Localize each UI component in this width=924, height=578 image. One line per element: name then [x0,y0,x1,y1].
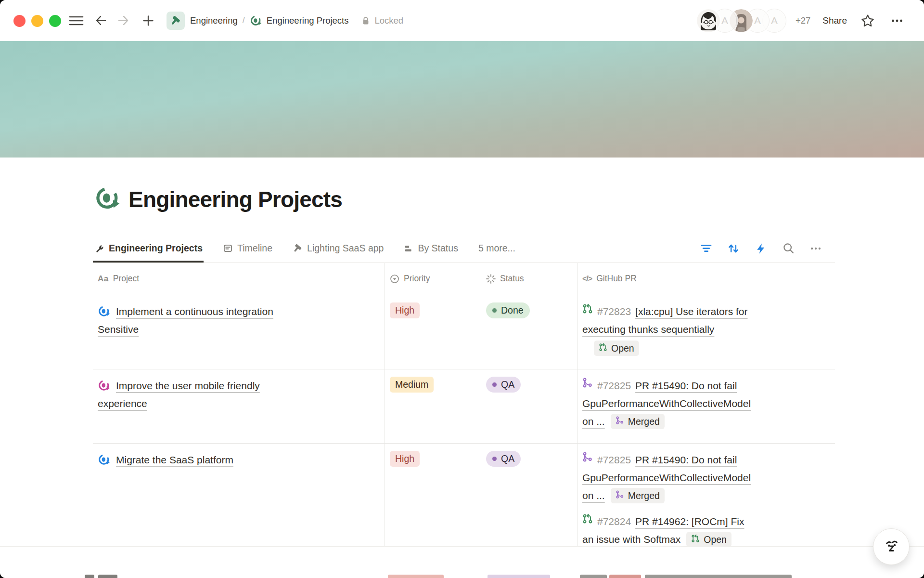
viewport-bottom-cutoff [0,546,924,578]
project-title-link[interactable]: Implement a continuous integration [116,302,273,320]
breadcrumb-page[interactable]: Engineering Projects [267,15,349,26]
pr-last-line: on ... Merged [582,486,830,504]
avatar[interactable] [697,9,720,32]
hammer-icon [293,243,303,253]
workspace-hammer-icon[interactable] [167,12,185,30]
pr-title-link[interactable]: GpuPerformanceWithCollectiveModel [582,469,830,486]
pr-open-icon [582,302,593,320]
pr-entry: #72825PR #15490: Do not failGpuPerforman… [582,377,830,430]
priority-badge[interactable]: Medium [390,377,434,393]
project-title-link[interactable]: Improve the user mobile friendly [116,377,260,394]
filter-icon[interactable] [699,242,713,255]
status-cell[interactable]: Done [481,295,578,369]
board-icon [404,244,413,253]
pull-request-merged-icon [616,416,624,425]
page-title-row: Engineering Projects [94,184,342,215]
page-title-cycle-icon[interactable] [94,185,121,214]
priority-cell[interactable]: Medium [385,369,481,443]
tab-lighting-saas-app[interactable]: Lighting SaaS app [292,234,385,263]
project-title-link[interactable]: Sensitive [98,320,380,338]
github-pr-cell[interactable]: #72823[xla:cpu] Use iterators forexecuti… [578,295,835,369]
column-header-priority[interactable]: Priority [385,263,481,295]
project-cycle-icon [98,305,111,320]
new-tab-plus-icon[interactable] [140,12,157,29]
view-actions [699,242,835,255]
column-label: Project [113,274,139,284]
pr-title-link[interactable]: on ... [582,486,605,504]
lock-status[interactable]: Locked [361,15,403,26]
table-row[interactable]: Implement a continuous integrationSensit… [93,295,835,369]
notion-ai-button[interactable] [873,528,910,565]
table-row[interactable]: Improve the user mobile friendlyexperien… [93,369,835,444]
pr-merged-icon [616,489,624,502]
breadcrumb-root[interactable]: Engineering [190,15,238,26]
pr-title-link[interactable]: GpuPerformanceWithCollectiveModel [582,394,830,412]
pr-number: #72823 [597,302,631,320]
page-cycle-icon [250,14,262,27]
project-cell[interactable]: Improve the user mobile friendlyexperien… [93,369,385,443]
priority-cell[interactable]: High [385,295,481,369]
priority-badge[interactable]: High [390,302,420,318]
column-header-project[interactable]: Aa Project [93,263,385,295]
back-arrow-icon[interactable] [91,12,109,29]
forward-arrow-icon[interactable] [116,12,133,29]
minimize-window-button[interactable] [31,15,43,27]
pr-state-label: Merged [628,489,660,502]
avatar-overflow-count[interactable]: +27 [796,15,810,26]
pr-title-link[interactable]: on ... [582,412,605,430]
automation-lightning-icon[interactable] [754,242,768,255]
status-pill[interactable]: QA [486,377,521,393]
cutoff-row-fragment [580,575,607,578]
tab-engineering-projects[interactable]: Engineering Projects [93,234,204,263]
table-body: Implement a continuous integrationSensit… [93,295,835,574]
close-window-button[interactable] [13,15,26,27]
sort-icon[interactable] [727,242,740,255]
pr-title-link[interactable]: an issue with Softmax [582,530,680,548]
column-header-status[interactable]: Status [481,263,578,295]
sidebar-menu-icon[interactable] [67,12,85,29]
pr-title-link[interactable]: [xla:cpu] Use iterators for [635,302,747,320]
favorite-star-icon[interactable] [859,12,876,29]
column-header-github-pr[interactable]: </> GitHub PR [578,263,835,295]
tab-by-status[interactable]: By Status [403,234,459,263]
column-label: GitHub PR [596,274,637,284]
page-cover-image[interactable] [0,41,924,158]
project-title-link[interactable]: experience [98,394,380,412]
pr-title-link[interactable]: PR #15490: Do not fail [635,377,737,394]
pr-open-icon [691,533,700,546]
pr-title-link[interactable]: executing thunks sequentially [582,320,830,338]
cutoff-row-fragment [609,575,641,578]
more-options-icon[interactable] [888,12,906,29]
tab-timeline[interactable]: Timeline [222,234,273,263]
nav-controls [67,0,157,41]
pr-state-label: Merged [628,415,660,428]
status-dot-icon [492,457,497,461]
pull-request-open-icon [582,513,593,524]
window-topbar: Engineering / Engineering Projects Locke… [0,0,924,41]
more-tabs-button[interactable]: 5 more... [478,243,515,254]
priority-badge[interactable]: High [390,451,420,467]
status-pill[interactable]: Done [486,302,530,318]
pr-title-link[interactable]: PR #14962: [ROCm] Fix [635,512,744,530]
tab-label: By Status [418,243,458,254]
cycle-icon [250,14,262,27]
github-pr-cell[interactable]: #72825PR #15490: Do not failGpuPerforman… [578,369,835,443]
pr-title-link[interactable]: PR #15490: Do not fail [635,451,737,469]
project-cycle-icon [98,453,111,468]
pr-state-chip[interactable]: Merged [611,414,665,429]
view-more-options-icon[interactable] [809,242,822,255]
project-cell[interactable]: Implement a continuous integrationSensit… [93,295,385,369]
timeline-icon [223,243,233,253]
project-title-link[interactable]: Migrate the SaaS platform [116,451,233,469]
page-title[interactable]: Engineering Projects [128,184,342,215]
share-button[interactable]: Share [822,15,847,26]
pr-state-chip[interactable]: Open [686,532,732,547]
search-icon[interactable] [782,242,795,255]
tab-label: Lighting SaaS app [307,243,384,254]
status-cell[interactable]: QA [481,369,578,443]
column-label: Priority [404,274,430,284]
zoom-window-button[interactable] [49,15,61,27]
pr-state-chip[interactable]: Merged [611,488,665,503]
status-pill[interactable]: QA [486,451,521,467]
pr-state-chip[interactable]: Open [594,341,639,356]
